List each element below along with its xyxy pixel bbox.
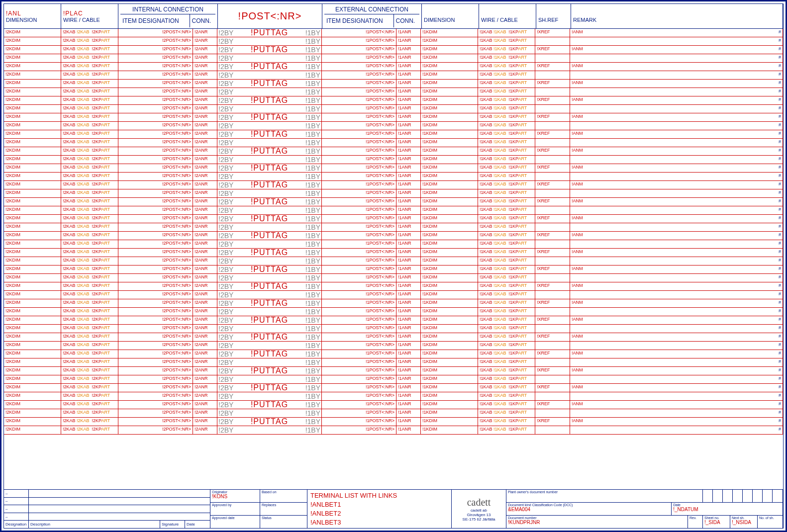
- table-row: !2KDIM!2KAB !2KAB !2KPART!2POST<:NR>!2AN…: [4, 63, 783, 71]
- approval-col-1: Originator!KONS Approved by Approved dat…: [210, 490, 260, 528]
- hdr-wire-r: WIRE / CABLE: [481, 17, 534, 23]
- table-row: !2KDIM!2KAB !2KAB !2KPART!2POST<:NR>!2AN…: [4, 122, 783, 130]
- table-row: !2KDIM!2KAB !2KAB !2KPART!2POST<:NR>!2AN…: [4, 147, 783, 156]
- table-row: !2KDIM!2KAB !2KAB !2KPART!2POST<:NR>!2AN…: [4, 37, 783, 46]
- table-row: !2KDIM!2KAB !2KAB !2KPART!2POST<:NR>!2AN…: [4, 113, 783, 122]
- table-row: !2KDIM!2KAB !2KAB !2KPART!2POST<:NR>!2AN…: [4, 325, 783, 333]
- table-row: !2KDIM!2KAB !2KAB !2KPART!2POST<:NR>!2AN…: [4, 88, 783, 96]
- table-row: !2KDIM!2KAB !2KAB !2KPART!2POST<:NR>!2AN…: [4, 401, 783, 409]
- table-row: !2KDIM!2KAB !2KAB !2KPART!2POST<:NR>!2AN…: [4, 54, 783, 63]
- title-block: – – – – Designation Description Signatur…: [4, 489, 783, 528]
- hdr-internal: INTERNAL CONNECTION: [120, 5, 215, 14]
- table-row: !2KDIM!2KAB !2KAB !2KPART!2POST<:NR>!2AN…: [4, 308, 783, 316]
- table-row: !2KDIM!2KAB !2KAB !2KPART!2POST<:NR>!2AN…: [4, 139, 783, 147]
- company-logo: cadett cadett ab Girovägen 13 SE-175 62 …: [452, 490, 506, 528]
- table-row: !2KDIM!2KAB !2KAB !2KPART!2POST<:NR>!2AN…: [4, 418, 783, 426]
- hdr-conn-l: CONN.: [190, 14, 216, 27]
- table-row: !2KDIM!2KAB !2KAB !2KPART!2POST<:NR>!2AN…: [4, 282, 783, 291]
- table-row: !2KDIM!2KAB !2KAB !2KPART!2POST<:NR>!2AN…: [4, 249, 783, 257]
- table-row: !2KDIM!2KAB !2KAB !2KPART!2POST<:NR>!2AN…: [4, 46, 783, 54]
- table-row: !2KDIM!2KAB !2KAB !2KPART!2POST<:NR>!2AN…: [4, 181, 783, 189]
- table-row: !2KDIM!2KAB !2KAB !2KPART!2POST<:NR>!2AN…: [4, 130, 783, 139]
- table-row: !2KDIM!2KAB !2KAB !2KPART!2POST<:NR>!2AN…: [4, 333, 783, 342]
- revision-table: – – – – Designation Description Signatur…: [4, 490, 210, 528]
- table-header: !ANL DIMENSION !PLAC WIRE / CABLE INTERN…: [4, 4, 783, 29]
- table-row: !2KDIM!2KAB !2KAB !2KPART!2POST<:NR>!2AN…: [4, 223, 783, 232]
- table-row: !2KDIM!2KAB !2KAB !2KPART!2POST<:NR>!2AN…: [4, 392, 783, 401]
- hdr-item-r: ITEM DESIGNATION: [324, 14, 394, 27]
- table-row: !2KDIM!2KAB !2KAB !2KPART!2POST<:NR>!2AN…: [4, 215, 783, 223]
- hdr-post-nr: !POST<:NR>: [238, 10, 302, 22]
- table-body: !2KDIM!2KAB !2KAB !2KPART!2POST<:NR>!2AN…: [4, 29, 783, 489]
- hdr-external: EXTERNAL CONNECTION: [324, 5, 419, 14]
- document-info: Plant owner's document number Document k…: [506, 490, 783, 528]
- hdr-wire-l: WIRE / CABLE: [63, 17, 116, 23]
- hdr-conn-r: CONN.: [394, 14, 420, 27]
- table-row: !2KDIM!2KAB !2KAB !2KPART!2POST<:NR>!2AN…: [4, 240, 783, 249]
- hdr-anl: !ANL: [6, 10, 59, 17]
- drawing-sheet: !ANL DIMENSION !PLAC WIRE / CABLE INTERN…: [0, 0, 787, 532]
- hdr-remark: REMARK: [573, 17, 781, 23]
- hdr-dimension-r: DIMENSION: [424, 17, 477, 23]
- table-row: !2KDIM!2KAB !2KAB !2KPART!2POST<:NR>!2AN…: [4, 71, 783, 80]
- table-row: !2KDIM!2KAB !2KAB !2KPART!2POST<:NR>!2AN…: [4, 198, 783, 206]
- approval-col-2: Based on Replaces Status: [260, 490, 307, 528]
- table-row: !2KDIM!2KAB !2KAB !2KPART!2POST<:NR>!2AN…: [4, 375, 783, 384]
- table-row: !2KDIM!2KAB !2KAB !2KPART!2POST<:NR>!2AN…: [4, 257, 783, 266]
- table-row: !2KDIM!2KAB !2KAB !2KPART!2POST<:NR>!2AN…: [4, 358, 783, 367]
- hdr-plac: !PLAC: [63, 10, 116, 17]
- table-row: !2KDIM!2KAB !2KAB !2KPART!2POST<:NR>!2AN…: [4, 96, 783, 105]
- table-row: !2KDIM!2KAB !2KAB !2KPART!2POST<:NR>!2AN…: [4, 29, 783, 37]
- table-row: !2KDIM!2KAB !2KAB !2KPART!2POST<:NR>!2AN…: [4, 164, 783, 173]
- table-row: !2KDIM!2KAB !2KAB !2KPART!2POST<:NR>!2AN…: [4, 291, 783, 299]
- hdr-item-l: ITEM DESIGNATION: [120, 14, 190, 27]
- hdr-dimension-l: DIMENSION: [6, 17, 59, 23]
- table-row: !2KDIM!2KAB !2KAB !2KPART!2POST<:NR>!2AN…: [4, 426, 783, 435]
- table-row: !2KDIM!2KAB !2KAB !2KPART!2POST<:NR>!2AN…: [4, 409, 783, 418]
- table-row: !2KDIM!2KAB !2KAB !2KPART!2POST<:NR>!2AN…: [4, 105, 783, 113]
- table-row: !2KDIM!2KAB !2KAB !2KPART!2POST<:NR>!2AN…: [4, 274, 783, 282]
- table-row: !2KDIM!2KAB !2KAB !2KPART!2POST<:NR>!2AN…: [4, 232, 783, 240]
- table-row: !2KDIM!2KAB !2KAB !2KPART!2POST<:NR>!2AN…: [4, 206, 783, 215]
- table-row: !2KDIM!2KAB !2KAB !2KPART!2POST<:NR>!2AN…: [4, 173, 783, 181]
- table-row: !2KDIM!2KAB !2KAB !2KPART!2POST<:NR>!2AN…: [4, 384, 783, 392]
- table-row: !2KDIM!2KAB !2KAB !2KPART!2POST<:NR>!2AN…: [4, 156, 783, 164]
- table-row: !2KDIM!2KAB !2KAB !2KPART!2POST<:NR>!2AN…: [4, 266, 783, 274]
- table-row: !2KDIM!2KAB !2KAB !2KPART!2POST<:NR>!2AN…: [4, 80, 783, 88]
- drawing-title: TERMINAL LIST WITH LINKS !ANLBET1 !ANLBE…: [307, 490, 452, 528]
- hdr-shref: SH.REF: [538, 17, 569, 23]
- table-row: !2KDIM!2KAB !2KAB !2KPART!2POST<:NR>!2AN…: [4, 350, 783, 358]
- table-row: !2KDIM!2KAB !2KAB !2KPART!2POST<:NR>!2AN…: [4, 367, 783, 375]
- table-row: !2KDIM!2KAB !2KAB !2KPART!2POST<:NR>!2AN…: [4, 189, 783, 198]
- table-row: !2KDIM!2KAB !2KAB !2KPART!2POST<:NR>!2AN…: [4, 342, 783, 350]
- table-row: !2KDIM!2KAB !2KAB !2KPART!2POST<:NR>!2AN…: [4, 316, 783, 325]
- table-row: !2KDIM!2KAB !2KAB !2KPART!2POST<:NR>!2AN…: [4, 299, 783, 308]
